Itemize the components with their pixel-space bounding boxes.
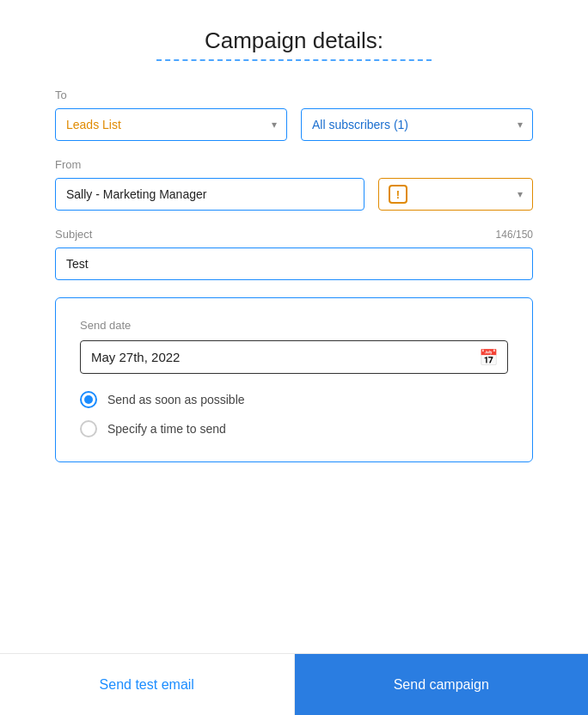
to-section: To Leads List ▾ All subscribers (1) ▾ — [55, 89, 533, 141]
title-divider-line — [156, 59, 432, 61]
radio-send-soon[interactable]: Send as soon as possible — [80, 391, 508, 408]
subject-char-count: 146/150 — [496, 229, 533, 241]
subject-input[interactable] — [55, 248, 533, 280]
subject-section: Subject 146/150 — [55, 228, 533, 280]
page-wrapper: Campaign details: To Leads List ▾ All su… — [0, 0, 588, 715]
page-title: Campaign details: — [55, 28, 533, 54]
send-date-box: Send date 📅 Send as soon as possible Spe… — [55, 297, 533, 462]
footer-bar: Send test email Send campaign — [0, 653, 588, 715]
list-dropdown-wrapper: Leads List ▾ — [55, 108, 287, 141]
send-test-email-button[interactable]: Send test email — [0, 654, 295, 715]
radio-specify-time-label: Specify a time to send — [107, 422, 226, 436]
sender-input[interactable] — [55, 178, 364, 211]
email-dropdown[interactable] — [378, 178, 533, 211]
date-input[interactable] — [80, 340, 508, 374]
subject-header: Subject 146/150 — [55, 228, 533, 241]
radio-specify-time[interactable]: Specify a time to send — [80, 420, 508, 437]
title-divider — [55, 59, 533, 61]
send-date-label: Send date — [80, 319, 508, 332]
radio-specify-time-btn — [80, 420, 97, 437]
subscribers-dropdown[interactable]: All subscribers (1) — [301, 108, 533, 141]
radio-send-soon-label: Send as soon as possible — [107, 393, 245, 406]
sender-input-wrapper — [55, 178, 364, 211]
content-area: Campaign details: To Leads List ▾ All su… — [0, 0, 588, 715]
subject-label: Subject — [55, 228, 92, 241]
email-dropdown-wrapper: ! ▾ — [378, 178, 533, 211]
date-input-wrapper: 📅 — [80, 340, 508, 374]
subscribers-dropdown-wrapper: All subscribers (1) ▾ — [301, 108, 533, 141]
to-field-row: Leads List ▾ All subscribers (1) ▾ — [55, 108, 533, 141]
radio-group: Send as soon as possible Specify a time … — [80, 391, 508, 437]
list-dropdown[interactable]: Leads List — [55, 108, 287, 141]
from-label: From — [55, 158, 533, 171]
from-row: ! ▾ — [55, 178, 533, 211]
radio-send-soon-btn — [80, 391, 97, 408]
from-section: From ! ▾ — [55, 158, 533, 211]
to-label: To — [55, 89, 533, 101]
send-campaign-button[interactable]: Send campaign — [295, 654, 589, 715]
